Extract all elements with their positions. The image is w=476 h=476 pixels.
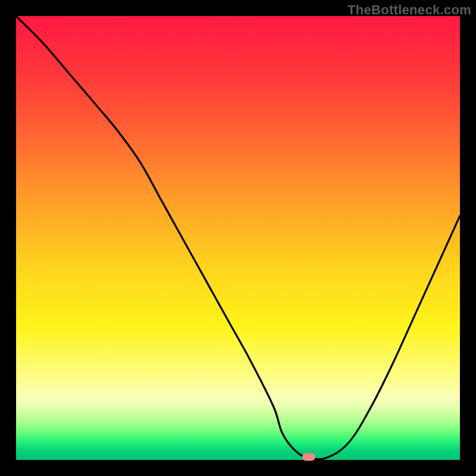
watermark-text: TheBottleneck.com (347, 2, 471, 18)
optimal-marker (302, 453, 315, 461)
bottleneck-curve-path (16, 16, 460, 459)
chart-area (16, 16, 460, 460)
stage: TheBottleneck.com (0, 0, 476, 476)
chart-curve-layer (16, 16, 460, 460)
